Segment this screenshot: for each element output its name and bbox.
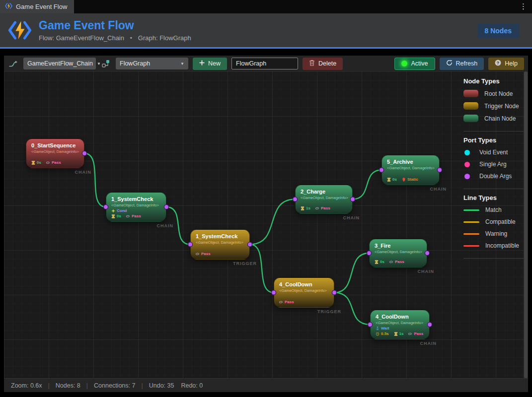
connection-line[interactable]	[84, 153, 106, 207]
graph-name: FlowGraph	[159, 34, 191, 42]
connection-line[interactable]	[334, 253, 369, 293]
node-badge-pass: Pass	[196, 252, 211, 256]
graph-node-5_archive[interactable]: 5_Archive<GameObject, DamageInfo>0sStati…	[381, 155, 440, 185]
node-title: 1_SystemCheck	[111, 196, 161, 202]
legend-item-label: Chain Node	[484, 115, 516, 122]
graph-node-2_charge[interactable]: 2_Charge<GameObject, DamageInfo>1sPass	[295, 185, 353, 214]
node-badge-wait: Wait	[376, 326, 389, 331]
node-swatch	[463, 115, 478, 122]
legend-item: Warning	[463, 230, 528, 237]
badge-label: Pass	[132, 214, 141, 218]
paperclip-icon	[315, 206, 319, 210]
node-swatch	[463, 102, 478, 110]
flow-merge-icon	[8, 58, 19, 69]
node-subtitle: <GameObject, DamageInfo>	[376, 321, 424, 325]
node-subtitle: <GameObject, DamageInfo>	[301, 196, 347, 200]
connection-line[interactable]	[250, 199, 295, 245]
paperclip-icon	[196, 252, 200, 256]
canvas-vertical-scrollbar[interactable]	[524, 71, 528, 378]
active-toggle[interactable]: Active	[394, 58, 435, 70]
node-subtitle: <GameObject, DamageInfo>	[387, 166, 434, 170]
connection-line[interactable]	[250, 245, 274, 293]
connection-line[interactable]	[334, 293, 370, 325]
status-nodes: Nodes: 8	[56, 382, 80, 389]
flow-select[interactable]: GameEventFlow_Chain ▼	[23, 58, 96, 69]
help-button[interactable]: ? Help	[488, 58, 524, 70]
node-badge-0.5s: 0.5s	[376, 331, 389, 336]
window-tab[interactable]: Game Event Flow	[0, 0, 74, 13]
spark-icon	[111, 209, 115, 213]
editor-panel: GameEventFlow_Chain ▼ FlowGraph ▼ New	[4, 56, 528, 392]
hourglass-icon	[375, 260, 379, 264]
legend-panel: Node TypesRoot NodeTrigger NodeChain Nod…	[463, 77, 528, 264]
node-title: 2_Charge	[301, 189, 347, 195]
tab-title: Game Event Flow	[16, 3, 67, 10]
node-badge-pass: Pass	[408, 331, 423, 336]
svg-text:?: ?	[497, 61, 499, 66]
graph-node-1_systemcheck[interactable]: 1_SystemCheck<GameObject, DamageInfo>Con…	[106, 192, 166, 222]
graph-name-input[interactable]	[231, 58, 298, 69]
node-subtitle: <GameObject, DamageInfo>	[279, 288, 329, 293]
delete-button[interactable]: Delete	[303, 58, 343, 70]
new-button[interactable]: New	[193, 58, 227, 70]
line-swatch	[463, 209, 479, 211]
graph-select-value: FlowGraph	[120, 60, 150, 67]
node-badge-pass: Pass	[389, 260, 404, 264]
paperclip-icon	[389, 260, 393, 264]
flow-select-value: GameEventFlow_Chain	[27, 60, 93, 67]
node-count-badge: 8 Nodes	[477, 23, 519, 38]
badge-label: 0s	[380, 260, 384, 264]
status-zoom: Zoom: 0.6x	[11, 382, 42, 389]
graph-canvas[interactable]: Node TypesRoot NodeTrigger NodeChain Nod…	[4, 71, 528, 378]
badge-label: Wait	[381, 326, 389, 331]
legend-section-title: Node Types	[463, 77, 528, 85]
node-title: 1_SystemCheck	[196, 233, 244, 239]
legend-section: Node TypesRoot NodeTrigger NodeChain Nod…	[463, 77, 528, 132]
node-badge-1s: 1s	[394, 331, 404, 336]
plus-icon	[199, 60, 205, 67]
legend-item: Incompatible	[463, 242, 528, 249]
graph-node-1_systemcheck[interactable]: 1_SystemCheck<GameObject, DamageInfo>Pas…	[190, 229, 250, 260]
refresh-button-label: Refresh	[456, 60, 478, 67]
bullet-separator: •	[130, 34, 133, 42]
legend-item-label: Match	[485, 206, 502, 213]
graph-node-4_cooldown[interactable]: 4_CoolDown<GameObject, DamageInfo>Pass	[274, 277, 334, 308]
status-bar: Zoom: 0.6x | Nodes: 8 | Connections: 7 |…	[4, 378, 528, 392]
hourglass-icon	[111, 214, 115, 218]
app-logo-icon	[5, 3, 12, 10]
node-subtitle: <GameObject, DamageInfo>	[196, 240, 244, 245]
legend-item: Double Args	[463, 173, 528, 180]
refresh-button[interactable]: Refresh	[440, 58, 484, 70]
page-subtitle: Flow: GameEventFlow_Chain • Graph: FlowG…	[39, 34, 191, 42]
graph-node-0_startsequence[interactable]: 0_StartSequence<GameObject, DamageInfo>0…	[26, 138, 84, 168]
legend-item-label: Incompatible	[485, 242, 519, 249]
graph-node-4_cooldown[interactable]: 4_CoolDown<GameObject, DamageInfo>Wait0.…	[370, 310, 430, 339]
pin-icon	[402, 178, 406, 182]
legend-section: Port TypesVoid EventSingle ArgDouble Arg…	[463, 136, 528, 189]
port-swatch	[464, 174, 470, 179]
page-header: Game Event Flow Flow: GameEventFlow_Chai…	[0, 13, 532, 47]
paperclip-icon	[279, 300, 283, 304]
badge-label: 1s	[399, 331, 404, 336]
scrollbar-thumb[interactable]	[524, 71, 528, 378]
line-swatch	[463, 233, 479, 235]
question-icon: ?	[495, 60, 501, 67]
kebab-menu-icon[interactable]: ⋮	[520, 2, 527, 11]
refresh-icon	[446, 60, 453, 67]
badge-label: 0s	[117, 214, 121, 218]
badge-label: Pass	[285, 300, 294, 304]
clock-icon	[376, 332, 380, 336]
anchor-icon	[376, 327, 380, 331]
new-button-label: New	[208, 60, 221, 67]
legend-item-label: Root Node	[484, 90, 513, 97]
node-badge-0s: 0s	[111, 214, 121, 218]
chevron-down-icon: ▼	[180, 62, 184, 66]
connection-line[interactable]	[353, 170, 381, 199]
status-undo: Undo: 35	[149, 382, 174, 389]
graph-node-3_fire[interactable]: 3_Fire<GameObject, DamageInfo>0sPass	[369, 239, 427, 267]
graph-select[interactable]: FlowGraph ▼	[116, 58, 188, 69]
badge-label: Static	[407, 177, 418, 182]
badge-label: 0s	[37, 160, 41, 165]
graph-link-icon	[100, 58, 111, 69]
node-badge-pass: Pass	[279, 300, 294, 304]
